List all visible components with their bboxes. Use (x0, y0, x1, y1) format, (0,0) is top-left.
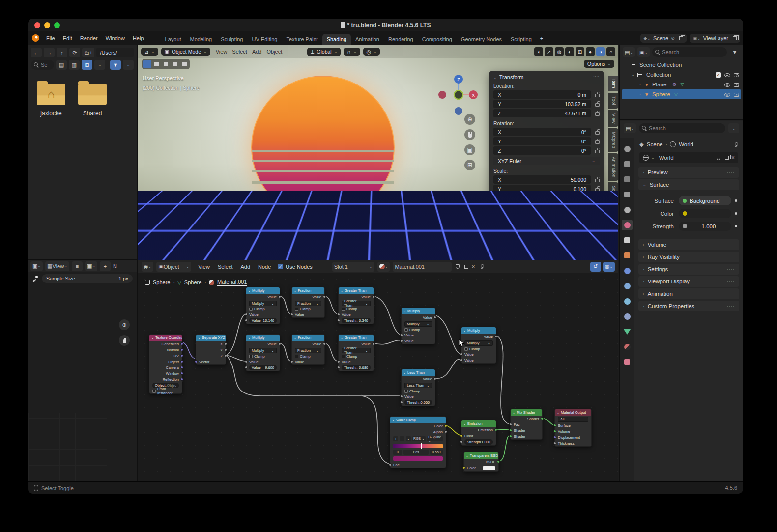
output-socket[interactable] (433, 377, 436, 380)
value-field[interactable]: Value9.600 (249, 365, 277, 370)
transform-value-field[interactable]: Y103.52 m (493, 100, 591, 108)
vp-zoom-button[interactable]: ⊕ (464, 114, 475, 125)
fb-filter-button[interactable]: ▼ (110, 60, 121, 70)
ie-zoom-button[interactable]: ⊕ (119, 319, 130, 330)
input-socket[interactable] (509, 429, 512, 432)
xray-icon[interactable]: ◐ (565, 47, 574, 56)
scene-selector[interactable]: ◆⌄ Scene ⊘ (640, 34, 687, 43)
node-less-than[interactable]: ⌄Less ThanValueLess Than⌄ClampValueThres… (401, 369, 435, 406)
output-socket[interactable] (541, 417, 544, 420)
unlock-icon[interactable] (595, 112, 600, 116)
view-layer-icon[interactable] (622, 189, 633, 200)
node-greater-than-1[interactable]: ⌄Greater ThanValueGreater Than⌄ClampValu… (338, 287, 374, 324)
workspace-tab-rendering[interactable]: Rendering (384, 34, 418, 45)
unlock-icon[interactable] (595, 150, 600, 153)
strength-field[interactable]: 1.000 (679, 222, 731, 231)
exclude-checkbox-icon[interactable]: ✓ (716, 72, 721, 78)
transform-value-field[interactable]: X100 m (493, 213, 591, 221)
section-settings[interactable]: ›Settings···· (638, 264, 739, 275)
node-greater-than-2[interactable]: ⌄Greater ThanValueGreater Than⌄ClampValu… (338, 334, 374, 371)
close-window-button[interactable] (34, 22, 40, 28)
gizmo-x-neg-axis[interactable] (438, 91, 446, 99)
collapse-icon[interactable]: ⌄ (466, 454, 468, 457)
node-header[interactable]: ⌄Multiply (461, 327, 496, 334)
workspace-tab-sculpting[interactable]: Sculpting (216, 34, 247, 45)
expand-chevron-icon[interactable]: › (637, 92, 642, 97)
operation-dropdown[interactable]: Multiply⌄ (464, 340, 493, 346)
collapse-icon[interactable]: ⌄ (463, 329, 466, 332)
checkbox-icon[interactable] (342, 308, 345, 311)
new-world-icon[interactable] (725, 156, 729, 160)
ol-display-mode-dropdown[interactable]: ▣⌄ (637, 47, 650, 57)
collapse-icon[interactable]: ⌄ (513, 411, 515, 414)
prop-options-dropdown[interactable]: ⌄ (728, 123, 739, 133)
collapse-icon[interactable]: ⌄ (341, 289, 343, 292)
node-header[interactable]: ⌄Multiply (246, 287, 280, 294)
output-socket[interactable] (444, 430, 447, 433)
transform-value-field[interactable]: Z0° (493, 146, 591, 155)
ramp-button[interactable]: + (393, 436, 398, 441)
tweak-tool[interactable] (152, 60, 161, 68)
vp-camera-view-button[interactable]: ▣ (464, 144, 475, 155)
scene-new-icon[interactable] (679, 36, 683, 40)
physics-icon[interactable] (622, 296, 633, 307)
ie-menu-icon[interactable]: ≡ (72, 261, 83, 271)
hide-viewport-eye-icon[interactable] (724, 72, 730, 77)
world-icon[interactable] (622, 220, 633, 230)
disable-render-camera-icon[interactable] (734, 73, 739, 77)
fb-display-thumbnail-button[interactable]: ⊞ (82, 60, 92, 70)
output-socket[interactable] (278, 295, 281, 298)
output-socket[interactable] (372, 342, 375, 345)
textured-sphere-object[interactable] (442, 216, 476, 250)
gradient-stop-marker[interactable] (421, 443, 422, 449)
node-header[interactable]: ⌄Fraction (292, 335, 324, 341)
output-socket[interactable] (180, 342, 183, 345)
workspace-tab-shading[interactable]: Shading (322, 34, 351, 45)
se-menu-view[interactable]: View (194, 262, 214, 271)
input-socket[interactable] (400, 339, 403, 342)
se-snap-icon[interactable]: ↺ (590, 262, 601, 272)
unlink-material-icon[interactable]: × (471, 263, 475, 270)
ramp-button[interactable]: − (400, 436, 404, 441)
node-header[interactable]: ⌄Greater Than (339, 287, 374, 294)
node-header[interactable]: ⌄Mix Shader (511, 409, 542, 416)
color-swatch[interactable] (683, 211, 687, 216)
ie-editor-type-dropdown[interactable]: ▣⌄ (30, 261, 43, 271)
eyedropper-icon[interactable] (32, 276, 38, 281)
output-socket[interactable] (180, 360, 183, 363)
fb-display-horizontal-list-button[interactable]: ▥ (69, 60, 80, 70)
selectability-icon[interactable]: ◖ (534, 47, 543, 56)
scene-browse-icon[interactable]: ◆⌄ (644, 36, 651, 41)
node-texture-coordinate[interactable]: ⌄Texture CoordinateGeneratedNormalUVObje… (149, 334, 182, 394)
prop-search-input[interactable]: Search (639, 123, 725, 133)
node-separate-xyz[interactable]: ⌄Separate XYZXYZVector (196, 334, 226, 365)
vp-menu-object[interactable]: Object (264, 49, 285, 55)
output-icon[interactable] (622, 174, 633, 185)
minimize-window-button[interactable] (44, 22, 50, 28)
transform-value-field[interactable]: Y0° (493, 137, 591, 145)
operation-dropdown[interactable]: All⌄ (558, 417, 588, 422)
node-transparent-bsdf[interactable]: ⌄Transparent BSDFBSDFColor (463, 452, 499, 472)
input-socket[interactable] (245, 313, 248, 316)
animate-dot[interactable] (735, 199, 737, 202)
node-canvas[interactable]: Sphere › ▽ Sphere › Material.001 (138, 273, 618, 481)
paint-select-tool[interactable] (180, 60, 189, 68)
node-header[interactable]: ⌄Texture Coordinate (149, 335, 182, 341)
ie-view-menu[interactable]: ▦ View ⌄ (45, 261, 69, 271)
fb-refresh-button[interactable]: ⟳ (69, 48, 80, 57)
input-socket[interactable] (337, 366, 340, 369)
vp-editor-type-dropdown[interactable]: ⊿⌄ (141, 48, 158, 56)
gizmo-z-neg-axis[interactable] (455, 107, 462, 115)
vp-proportional-dropdown[interactable]: ◎⌄ (363, 48, 380, 56)
checkbox-icon[interactable] (152, 390, 156, 393)
fb-path-field[interactable]: /Users/ (96, 48, 134, 57)
workspace-tab-compositing[interactable]: Compositing (418, 34, 457, 45)
gradient-bar[interactable] (393, 444, 443, 448)
operation-dropdown[interactable]: Multiply⌄ (249, 301, 277, 306)
sidebar-tab-tool[interactable]: Tool (608, 93, 618, 108)
operation-dropdown[interactable]: Greater Than⌄ (342, 348, 371, 353)
expand-chevron-icon[interactable]: ⌄ (631, 73, 635, 77)
tool-icon[interactable] (622, 143, 633, 154)
collapse-icon[interactable]: ⌄ (294, 336, 296, 339)
ie-image-browse-dropdown[interactable]: ▣⌄ (85, 261, 97, 271)
